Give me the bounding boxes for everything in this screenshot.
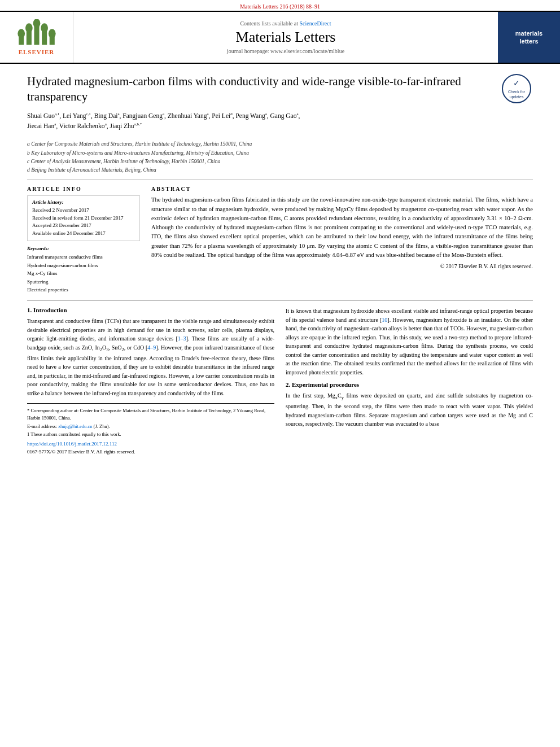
article-title-text: Hydrated magnesium-carbon films with con… (27, 74, 493, 134)
keyword-5: Electrical properties (27, 286, 140, 294)
divider-2 (27, 300, 533, 301)
affil-d: d Beijing Institute of Aeronautical Mate… (27, 166, 533, 174)
ref-1-3[interactable]: 1–3 (178, 335, 186, 342)
journal-info-center: Contents lists available at ScienceDirec… (73, 12, 498, 63)
available-date: Available online 24 December 2017 (32, 230, 135, 238)
intro-heading: 1. Introduction (27, 307, 274, 313)
abstract-section: ABSTRACT The hydrated magnesium-carbon f… (151, 186, 533, 294)
article-info-abstract: ARTICLE INFO Article history: Received 2… (27, 186, 533, 294)
history-label: Article history: (32, 199, 135, 205)
homepage-text: journal homepage: www.elsevier.com/locat… (227, 48, 344, 54)
copyright-line: © 2017 Elsevier B.V. All rights reserved… (151, 263, 533, 269)
abstract-title: ABSTRACT (151, 186, 533, 192)
experimental-heading: 2. Experimental procedures (286, 381, 533, 388)
affil-b: b Key Laboratory of Micro-systems and Mi… (27, 149, 533, 157)
page-wrapper: Materials Letters 216 (2018) 88–91 (0, 0, 560, 747)
journal-title: Materials Letters (236, 29, 336, 46)
footnote-email: E-mail address: zhujq@hit.edu.cn (J. Zhu… (27, 423, 274, 430)
revised-date: Received in revised form 21 December 201… (32, 215, 135, 222)
experimental-text: In the first step, MgxCy films were depo… (286, 391, 533, 428)
keyword-2: Hydrated magnesium-carbon films (27, 261, 140, 269)
journal-homepage: journal homepage: www.elsevier.com/locat… (227, 48, 344, 54)
footnotes: * Corresponding author at: Center for Co… (27, 403, 274, 456)
affil-a: a Center for Composite Materials and Str… (27, 140, 533, 148)
article-history-box: Article history: Received 2 November 201… (27, 195, 140, 241)
svg-point-8 (41, 23, 48, 32)
intro-text-right: It is known that magnesium hydroxide sho… (286, 307, 533, 377)
ml-badge-line1: materials (515, 29, 542, 37)
ref-4-9[interactable]: 4–9 (147, 344, 156, 351)
sciencedirect-link[interactable]: ScienceDirect (299, 20, 331, 27)
check-updates-label: Check for updates (503, 89, 530, 99)
check-icon: ✓ (513, 78, 520, 88)
divider-1 (27, 180, 533, 180)
accepted-date: Accepted 23 December 2017 (32, 222, 135, 230)
article-title-section: Hydrated magnesium-carbon films with con… (27, 74, 533, 134)
affil-c: c Center of Analysis Measurement, Harbin… (27, 158, 533, 165)
svg-point-5 (18, 29, 25, 38)
article-title: Hydrated magnesium-carbon films with con… (27, 74, 493, 105)
affiliations: a Center for Composite Materials and Str… (27, 140, 533, 174)
abstract-text: The hydrated magnesium-carbon films fabr… (151, 195, 533, 260)
right-column: It is known that magnesium hydroxide sho… (286, 307, 533, 456)
left-column: 1. Introduction Transparent and conducti… (27, 307, 274, 456)
article-content: Hydrated magnesium-carbon films with con… (0, 64, 560, 466)
keyword-4: Sputtering (27, 278, 140, 286)
ref-10[interactable]: 10 (382, 317, 387, 323)
email-link[interactable]: zhujq@hit.edu.cn (58, 423, 92, 429)
svg-point-6 (25, 23, 33, 32)
contents-text: Contents lists available at (240, 20, 298, 27)
elsevier-tree-icon (14, 19, 59, 47)
experimental-number: 2. (286, 381, 290, 388)
ml-badge-line2: letters (515, 37, 542, 45)
keyword-3: Mg x-Cy films (27, 269, 140, 277)
check-updates-circle: ✓ Check for updates (502, 74, 531, 103)
svg-point-9 (48, 29, 55, 38)
intro-para-right: It is known that magnesium hydroxide sho… (286, 307, 533, 377)
intro-text-left: Transparent and conductive films (TCFs) … (27, 317, 274, 397)
elsevier-logo-section: ELSEVIER (0, 12, 73, 63)
doi-link[interactable]: https://doi.org/10.1016/j.matlet.2017.12… (27, 441, 117, 447)
experimental-title: Experimental procedures (292, 381, 359, 388)
journal-badge-section: materials letters (498, 12, 560, 63)
authors-line: Shuai Guoa,1, Lei Yangc,1, Bing Daia, Fa… (27, 111, 493, 132)
check-updates-badge: ✓ Check for updates (502, 74, 533, 105)
journal-header: ELSEVIER Contents lists available at Sci… (0, 11, 560, 64)
sciencedirect-line: Contents lists available at ScienceDirec… (240, 20, 331, 27)
footnote-corresponding: * Corresponding author at: Center for Co… (27, 407, 274, 422)
article-info-column: ARTICLE INFO Article history: Received 2… (27, 186, 140, 294)
elsevier-logo: ELSEVIER (14, 19, 59, 55)
issn-text: 0167-577X/© 2017 Elsevier B.V. All right… (27, 449, 135, 455)
intro-para-1: Transparent and conductive films (TCFs) … (27, 317, 274, 397)
intro-number: 1. (27, 307, 32, 313)
body-columns: 1. Introduction Transparent and conducti… (27, 307, 533, 456)
citation-bar: Materials Letters 216 (2018) 88–91 (0, 0, 560, 11)
received-date: Received 2 November 2017 (32, 207, 135, 215)
experimental-para-1: In the first step, MgxCy films were depo… (286, 391, 533, 428)
footer-links: https://doi.org/10.1016/j.matlet.2017.12… (27, 440, 274, 456)
footnote-equal: 1 These authors contributed equally to t… (27, 431, 274, 438)
intro-title: Introduction (33, 307, 67, 313)
article-info-title: ARTICLE INFO (27, 186, 140, 192)
elsevier-label: ELSEVIER (19, 49, 55, 55)
ml-badge: materials letters (515, 29, 542, 46)
keyword-1: Infrared transparent conductive films (27, 253, 140, 261)
citation-text: Materials Letters 216 (2018) 88–91 (240, 3, 320, 10)
keywords-label: Keywords: (27, 246, 140, 251)
keywords-section: Keywords: Infrared transparent conductiv… (27, 246, 140, 294)
